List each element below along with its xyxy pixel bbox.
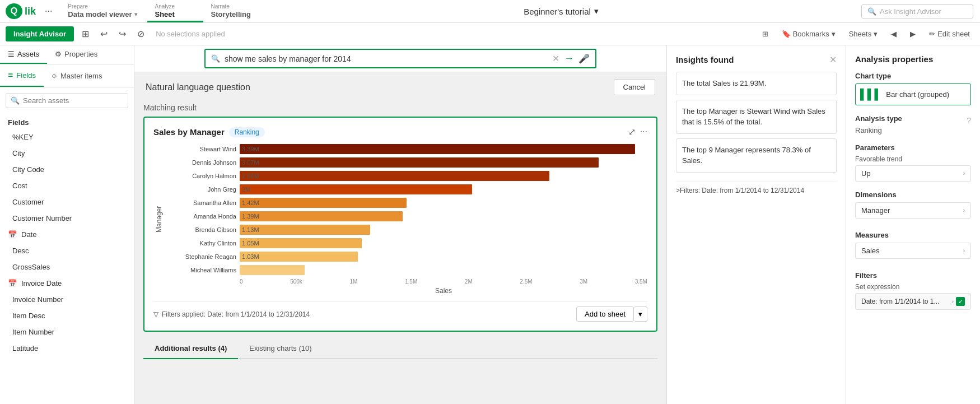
expand-icon[interactable]: ⤢ xyxy=(628,127,636,137)
bar-row: John Greg2M xyxy=(169,184,647,194)
nav-narrate-label: Narrate xyxy=(211,3,251,10)
left-panel: ☰ Assets ⚙ Properties ≡ Fields ⟐ Master … xyxy=(0,45,134,404)
app-name-chevron-icon: ▾ xyxy=(594,6,599,16)
bookmark-icon: 🔖 xyxy=(782,30,791,38)
bar-row: Stewart Wind3.39M xyxy=(169,144,647,154)
back-icon[interactable]: ↩ xyxy=(97,26,111,41)
tab-assets[interactable]: ☰ Assets xyxy=(0,45,47,64)
analysis-type-value: Ranking xyxy=(855,126,971,134)
tab-existing-charts[interactable]: Existing charts (10) xyxy=(238,338,323,359)
chart-type-row[interactable]: ▌▌▌ Bar chart (grouped) xyxy=(855,83,971,105)
chart-header-icons: ⤢ ··· xyxy=(628,127,647,137)
calendar-field-icon: 📅 xyxy=(8,279,17,287)
list-item[interactable]: Customer Number xyxy=(0,210,134,226)
nav-prev-button[interactable]: ◀ xyxy=(886,27,901,40)
favorable-trend-dropdown[interactable]: Up › xyxy=(855,165,971,182)
list-item[interactable]: Customer xyxy=(0,194,134,210)
search-assets-input[interactable] xyxy=(23,96,123,105)
forward-icon[interactable]: ↪ xyxy=(115,26,129,41)
toolbar: Insight Advisor ⊞ ↩ ↪ ⊘ No selections ap… xyxy=(0,23,980,45)
sheets-button[interactable]: Sheets ▾ xyxy=(844,27,882,40)
selection-toolbar-icon[interactable]: ⊞ xyxy=(78,26,92,41)
no-selections-label: No selections applied xyxy=(156,30,225,38)
close-insights-icon[interactable]: ✕ xyxy=(829,54,837,65)
list-item[interactable]: Cost xyxy=(0,178,134,194)
insight-advisor-button[interactable]: Insight Advisor xyxy=(6,26,74,41)
insight-filter: >Filters: Date: from 1/1/2014 to 12/31/2… xyxy=(676,182,837,194)
search-submit-icon[interactable]: → xyxy=(564,53,574,64)
clear-search-icon[interactable]: ✕ xyxy=(552,53,559,64)
cancel-button[interactable]: Cancel xyxy=(614,79,655,95)
list-item[interactable]: City Code xyxy=(0,161,134,178)
edit-sheet-button[interactable]: ✏ Edit sheet xyxy=(925,27,974,40)
list-item[interactable]: Latitude xyxy=(0,340,134,356)
bar-row: Dennis Johnson3.07M xyxy=(169,157,647,168)
list-item[interactable]: Invoice Number xyxy=(0,291,134,308)
sheets-chevron-icon: ▾ xyxy=(874,30,878,38)
chart-card: Sales by Manager Ranking ⤢ ··· Manager S… xyxy=(143,117,657,332)
qlik-q-icon: Q xyxy=(6,3,22,19)
insight-item: The top 9 Manager represents 78.3% of Sa… xyxy=(676,138,837,173)
calendar-field-icon: 📅 xyxy=(8,230,17,239)
fields-icon: ≡ xyxy=(8,70,13,80)
filter-expr-chevron-icon: › xyxy=(952,299,954,305)
bar-row: Carolyn Halmon2.66M xyxy=(169,171,647,181)
tab-properties[interactable]: ⚙ Properties xyxy=(47,45,105,64)
clear-selections-icon[interactable]: ⊘ xyxy=(134,26,148,41)
more-options-icon[interactable]: ··· xyxy=(640,127,647,137)
nav-prepare-label: Prepare xyxy=(68,3,137,10)
chart-header: Sales by Manager Ranking ⤢ ··· xyxy=(153,127,647,137)
list-item[interactable]: Item Number xyxy=(0,324,134,340)
list-item[interactable]: %KEY xyxy=(0,129,134,145)
nav-narrate[interactable]: Narrate Storytelling xyxy=(203,0,262,22)
search-assets-box[interactable]: 🔍 xyxy=(6,93,128,108)
filters-label: Filters xyxy=(855,271,971,280)
filter-applied-label: ▽ Filters applied: Date: from 1/1/2014 t… xyxy=(153,310,310,318)
filter-checkbox[interactable]: ✓ xyxy=(956,297,965,306)
tab-additional-results[interactable]: Additional results (4) xyxy=(143,338,238,359)
nlq-header: Natural language question Cancel xyxy=(134,72,666,97)
measure-sales-row[interactable]: Sales › xyxy=(855,243,971,259)
list-item[interactable]: Desc xyxy=(0,243,134,259)
add-to-sheet-group: Add to sheet ▾ xyxy=(576,307,647,322)
toolbar-right: ⊞ 🔖 Bookmarks ▾ Sheets ▾ ◀ ▶ ✏ Edit shee… xyxy=(758,27,974,40)
search-assets-icon: 🔍 xyxy=(11,96,20,105)
fields-panel-nav: ≡ Fields ⟐ Master items xyxy=(0,64,134,87)
search-bar[interactable]: 🔍 ✕ → 🎤 xyxy=(204,49,596,68)
search-icon: 🔍 xyxy=(867,7,876,16)
filter-expression-row[interactable]: Date: from 1/1/2014 to 1... › ✓ xyxy=(855,293,971,310)
add-to-sheet-dropdown-button[interactable]: ▾ xyxy=(634,307,647,322)
chart-footer: ▽ Filters applied: Date: from 1/1/2014 t… xyxy=(153,301,647,322)
list-item[interactable]: GrossSales xyxy=(0,259,134,275)
app-name-button[interactable]: Beginner's tutorial ▾ xyxy=(524,6,599,16)
bar-row: Micheal Williams xyxy=(169,265,647,275)
nav-dots-menu[interactable]: ··· xyxy=(43,6,54,16)
dimension-manager-row[interactable]: Manager › xyxy=(855,202,971,219)
list-item[interactable]: 📅 Date xyxy=(0,226,134,243)
master-items-icon: ⟐ xyxy=(52,71,57,81)
ask-insight-advisor-box[interactable]: 🔍 Ask Insight Advisor xyxy=(861,4,973,18)
measures-section: Measures Sales › xyxy=(855,231,971,262)
nav-prepare-sub: Data model viewer ▾ xyxy=(68,10,137,18)
bookmarks-button[interactable]: 🔖 Bookmarks ▾ xyxy=(777,27,840,40)
help-icon[interactable]: ? xyxy=(967,116,971,125)
grid-view-button[interactable]: ⊞ xyxy=(758,27,773,40)
mic-icon[interactable]: 🎤 xyxy=(578,53,590,64)
list-item[interactable]: Item Desc xyxy=(0,308,134,324)
matching-result-label: Matching result xyxy=(143,97,657,117)
search-input[interactable] xyxy=(225,54,548,63)
insight-item: The total Sales is 21.93M. xyxy=(676,72,837,95)
nav-next-button[interactable]: ▶ xyxy=(906,27,920,40)
nav-prepare[interactable]: Prepare Data model viewer ▾ xyxy=(60,0,147,22)
qlik-wordmark: lik xyxy=(25,6,36,17)
bar-chart-icon: ▌▌▌ xyxy=(860,89,881,100)
list-item[interactable]: 📅 Invoice Date xyxy=(0,275,134,291)
nav-analyze[interactable]: Analyze Sheet xyxy=(147,0,203,22)
filter-expr-value: Date: from 1/1/2014 to 1... xyxy=(861,298,939,305)
assets-icon: ☰ xyxy=(8,50,15,58)
bar-row: Samantha Allen1.42M xyxy=(169,198,647,208)
list-item[interactable]: City xyxy=(0,145,134,161)
nav-item-master-items[interactable]: ⟐ Master items xyxy=(44,64,110,87)
nav-item-fields[interactable]: ≡ Fields xyxy=(0,64,44,87)
add-to-sheet-button[interactable]: Add to sheet xyxy=(576,307,634,322)
